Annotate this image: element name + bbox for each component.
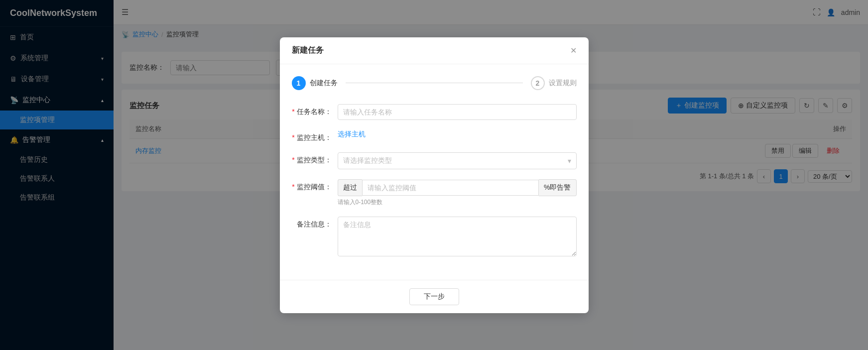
page-content: 监控名称： 重置 查询 展开 ▾ 监控任务 ＋ 创建监控项 ⊕ 自定义监控项 [114,44,868,350]
main-content: ☰ ⛶ 👤 admin 📡 监控中心 / 监控项管理 监控名称： 重置 查询 展… [114,0,868,350]
task-name-label: 任务名称： [292,104,332,117]
monitor-host-field: 选择主机 [338,130,577,139]
step-1-number: 1 [297,79,301,87]
monitor-host-label: 监控主机： [292,130,332,142]
threshold-suffix: %即告警 [539,179,576,196]
modal-close-button[interactable]: ✕ [570,46,577,55]
next-step-button[interactable]: 下一步 [409,288,459,305]
chevron-down-icon: ▾ [568,157,571,165]
threshold-input[interactable] [362,180,539,196]
monitor-type-field: 请选择监控类型 ▾ [338,152,577,169]
form-row-threshold: 监控阈值： 超过 %即告警 请输入0-100整数 [292,179,577,207]
monitor-type-label: 监控类型： [292,152,332,165]
steps: 1 创建任务 2 设置规则 [292,76,577,90]
threshold-hint: 请输入0-100整数 [338,198,577,207]
select-host-link[interactable]: 选择主机 [338,130,366,138]
remark-textarea[interactable] [338,217,577,256]
remark-label: 备注信息： [292,217,332,229]
step-2: 2 设置规则 [531,76,577,90]
threshold-row: 超过 %即告警 [338,179,577,196]
threshold-label: 监控阈值： [292,179,332,192]
modal-title: 新建任务 [292,45,324,56]
threshold-prefix: 超过 [338,179,362,196]
step-1: 1 创建任务 [292,76,338,90]
step-2-label: 设置规则 [549,79,577,88]
monitor-type-placeholder: 请选择监控类型 [343,156,392,165]
form-row-monitor-host: 监控主机： 选择主机 [292,130,577,142]
step-line [346,83,523,83]
step-2-number: 2 [536,79,540,87]
modal-header: 新建任务 ✕ [280,44,589,64]
monitor-type-select[interactable]: 请选择监控类型 ▾ [338,152,577,169]
step-1-label: 创建任务 [310,79,338,88]
form-row-remark: 备注信息： [292,217,577,258]
task-name-field [338,104,577,120]
step-1-circle: 1 [292,76,306,90]
new-task-modal: 新建任务 ✕ 1 创建任务 [280,44,589,313]
step-2-circle: 2 [531,76,545,90]
threshold-field: 超过 %即告警 请输入0-100整数 [338,179,577,207]
task-name-input[interactable] [338,104,577,120]
form-row-monitor-type: 监控类型： 请选择监控类型 ▾ [292,152,577,169]
modal-footer: 下一步 [280,280,589,313]
remark-field [338,217,577,258]
form-row-task-name: 任务名称： [292,104,577,120]
modal-body: 1 创建任务 2 设置规则 [280,64,589,280]
modal-overlay: 新建任务 ✕ 1 创建任务 [114,44,868,350]
